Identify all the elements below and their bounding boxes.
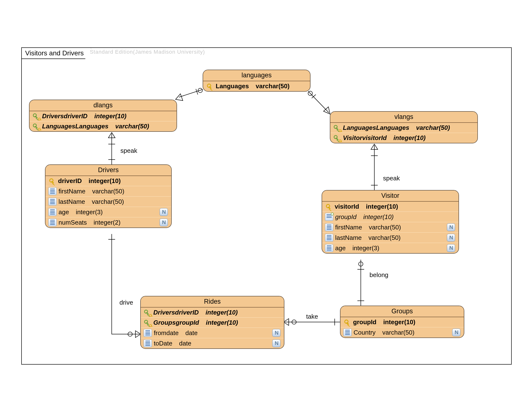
column-name: VisitorvisitorId [343,134,387,142]
column-row: groupIdinteger(10) [341,317,464,327]
column-type: varchar(50) [369,234,401,242]
column-type: integer(10) [94,112,126,120]
column-type: integer(10) [206,309,238,316]
foreign-column-icon [325,213,333,221]
column-type: varchar(50) [92,188,124,195]
column-name: DriversdriverID [153,309,199,316]
foreign-key-icon [144,309,151,316]
column-name: DriversdriverID [42,112,87,120]
column-name: firstName [335,224,362,231]
foreign-key-icon [32,123,40,130]
entity-title: Visitor [322,190,458,202]
label-drive: drive [119,299,133,306]
entity-title: dlangs [29,100,177,111]
foreign-key-icon [333,134,341,142]
nullable-badge: N [272,329,281,337]
column-name: GroupsgroupId [153,319,199,326]
column-row: lastNamevarchar(50)N [322,233,458,243]
column-type: varchar(50) [382,329,415,336]
column-type: varchar(50) [115,122,149,130]
entity-title: Groups [341,306,464,317]
column-row: lastNamevarchar(50) [46,196,171,207]
column-icon [144,329,152,337]
column-row: ageinteger(3)N [46,207,171,217]
label-belong: belong [370,271,388,279]
column-row: ageinteger(3)N [322,243,458,253]
entity-vlangs[interactable]: vlangs LanguagesLanguagesvarchar(50)Visi… [330,111,478,143]
column-type: varchar(50) [369,224,401,231]
nullable-badge: N [452,328,460,336]
package-title: Visitors and Drivers [21,47,91,59]
column-name: numSeats [58,219,87,226]
column-icon [343,328,352,336]
column-name: age [335,244,346,252]
column-type: integer(10) [206,319,238,326]
primary-key-icon [325,203,333,210]
column-row: LanguagesLanguagesvarchar(50) [29,121,177,131]
foreign-key-icon [144,319,151,326]
foreign-key-icon [333,124,341,131]
entity-languages[interactable]: languages Languagesvarchar(50) [203,70,311,92]
entity-groups[interactable]: Groups groupIdinteger(10)Countryvarchar(… [340,306,464,338]
column-type: integer(10) [88,177,121,185]
column-type: integer(10) [383,318,416,326]
entity-rows: visitorIdinteger(10)groupIdinteger(10)fi… [322,202,458,253]
column-type: varchar(50) [92,198,124,206]
label-take: take [306,313,318,320]
column-name: visitorId [335,203,359,210]
column-name: toDate [154,340,172,347]
column-name: LanguagesLanguages [343,124,409,131]
column-icon [48,219,57,226]
nullable-badge: N [447,244,455,252]
column-row: Languagesvarchar(50) [203,81,310,91]
column-name: age [58,208,69,216]
column-type: date [179,340,191,347]
column-type: integer(3) [352,244,379,252]
entity-rows: driverIDinteger(10)firstNamevarchar(50)l… [46,176,171,227]
primary-key-icon [343,319,351,326]
column-name: LanguagesLanguages [42,122,109,130]
column-name: driverID [58,177,82,185]
entity-rows: Languagesvarchar(50) [203,81,310,91]
column-type: integer(3) [76,208,103,216]
column-row: GroupsgroupIdinteger(10) [141,318,284,328]
column-type: integer(2) [94,219,120,226]
column-icon [144,339,152,347]
primary-key-icon [206,83,214,90]
column-row: VisitorvisitorIdinteger(10) [330,133,477,143]
column-row: LanguagesLanguagesvarchar(50) [330,123,477,133]
column-type: date [185,329,198,337]
nullable-badge: N [160,219,168,226]
entity-visitor[interactable]: Visitor visitorIdinteger(10)groupIdinteg… [322,190,459,254]
column-name: Country [353,329,376,336]
column-type: integer(10) [366,203,398,210]
entity-rows: DriversdriverIDinteger(10)LanguagesLangu… [29,111,177,131]
column-icon [325,234,333,242]
nullable-badge: N [160,208,168,216]
entity-title: Rides [141,296,284,308]
entity-rows: DriversdriverIDinteger(10)GroupsgroupIdi… [141,308,284,348]
column-row: visitorIdinteger(10) [322,202,458,212]
column-row: DriversdriverIDinteger(10) [141,308,284,318]
entity-title: languages [203,70,310,81]
column-name: groupId [353,318,377,326]
entity-drivers[interactable]: Drivers driverIDinteger(10)firstNamevarc… [45,164,172,228]
column-row: groupIdinteger(10) [322,212,458,222]
label-speak: speak [383,175,400,182]
foreign-key-icon [32,113,40,120]
column-name: lastName [58,198,85,206]
column-icon [48,208,57,216]
column-name: lastName [335,234,362,242]
column-name: firstName [58,188,85,195]
column-row: driverIDinteger(10) [46,176,171,186]
entity-rides[interactable]: Rides DriversdriverIDinteger(10)Groupsgr… [140,296,284,349]
column-type: varchar(50) [416,124,450,131]
column-row: toDatedateN [141,338,284,348]
column-name: fromdate [154,329,179,337]
diagram-page: Visual Paradigm for UML Standard Edition… [0,0,532,411]
entity-rows: groupIdinteger(10)Countryvarchar(50)N [341,317,464,337]
entity-dlangs[interactable]: dlangs DriversdriverIDinteger(10)Languag… [29,100,177,132]
nullable-badge: N [447,223,455,231]
entity-title: vlangs [330,112,477,123]
primary-key-icon [48,177,56,185]
